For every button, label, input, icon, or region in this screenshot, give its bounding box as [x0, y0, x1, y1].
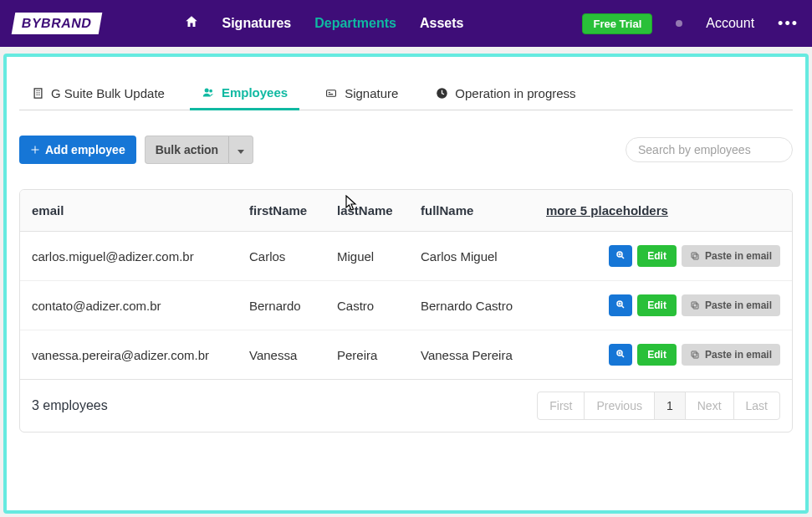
table-row: carlos.miguel@adizer.com.br Carlos Migue…: [20, 232, 792, 281]
pager-last[interactable]: Last: [733, 392, 780, 420]
edit-button[interactable]: Edit: [637, 294, 677, 316]
nav-home-icon[interactable]: [184, 14, 199, 33]
bulk-action-group: Bulk action: [145, 136, 253, 164]
nav-right: Free Trial Account •••: [582, 13, 799, 34]
row-actions: Edit Paste in email: [546, 294, 780, 316]
clock-icon: [435, 87, 448, 100]
add-employee-label: Add employee: [45, 143, 125, 156]
tab-bulk-update[interactable]: G Suite Bulk Update: [19, 77, 176, 110]
edit-button[interactable]: Edit: [637, 344, 677, 366]
nav-departments[interactable]: Departments: [314, 16, 396, 31]
brand-logo[interactable]: BYBRAND: [12, 13, 102, 34]
cell-email: contato@adizer.com.br: [20, 281, 237, 330]
copy-icon: [690, 350, 700, 360]
edit-button[interactable]: Edit: [637, 245, 677, 267]
employee-count: 3 employees: [32, 398, 108, 413]
add-employee-button[interactable]: Add employee: [19, 136, 136, 164]
view-button[interactable]: [609, 245, 632, 267]
table-footer: 3 employees First Previous 1 Next Last: [20, 379, 792, 432]
paste-button[interactable]: Paste in email: [682, 245, 780, 267]
users-icon: [202, 86, 215, 100]
cell-lastname: Pereira: [325, 330, 409, 380]
th-fullname: fullName: [409, 190, 534, 232]
svg-rect-0: [34, 89, 42, 98]
building-icon: [31, 87, 44, 100]
cell-lastname: Castro: [325, 281, 409, 330]
search-input[interactable]: [638, 143, 784, 156]
tab-employees-label: Employees: [222, 85, 288, 100]
free-trial-button[interactable]: Free Trial: [582, 13, 652, 34]
view-button[interactable]: [609, 344, 632, 366]
cell-fullname: Carlos Miguel: [409, 232, 534, 281]
row-actions: Edit Paste in email: [546, 344, 780, 366]
table-row: contato@adizer.com.br Bernardo Castro Be…: [20, 281, 792, 330]
cell-email: carlos.miguel@adizer.com.br: [20, 232, 237, 281]
tab-signature[interactable]: Signature: [313, 77, 410, 110]
pager-first[interactable]: First: [537, 392, 585, 420]
svg-rect-8: [692, 253, 697, 258]
svg-rect-7: [693, 254, 698, 259]
cell-fullname: Bernardo Castro: [409, 281, 534, 330]
card-icon: [324, 87, 338, 100]
cell-firstname: Vanessa: [237, 330, 325, 380]
tab-employees[interactable]: Employees: [190, 77, 299, 110]
svg-rect-3: [327, 90, 336, 97]
main-nav: Signatures Departments Assets: [184, 14, 464, 33]
pager-prev[interactable]: Previous: [584, 392, 654, 420]
svg-rect-13: [693, 353, 698, 358]
toolbar: Add employee Bulk action: [19, 136, 793, 164]
table-header-row: email firstName lastName fullName more 5…: [20, 190, 792, 232]
row-actions: Edit Paste in email: [546, 245, 780, 267]
cell-lastname: Miguel: [325, 232, 409, 281]
svg-point-2: [209, 90, 212, 93]
bulk-action-button[interactable]: Bulk action: [145, 136, 228, 164]
view-button[interactable]: [609, 294, 632, 316]
topbar: BYBRAND Signatures Departments Assets Fr…: [0, 0, 812, 47]
tab-bulk-label: G Suite Bulk Update: [51, 86, 165, 100]
th-firstname: firstName: [237, 190, 325, 232]
paste-button[interactable]: Paste in email: [682, 294, 780, 316]
zoom-icon: [615, 349, 626, 359]
cell-firstname: Bernardo: [237, 281, 325, 330]
account-link[interactable]: Account: [706, 16, 754, 31]
zoom-icon: [615, 250, 626, 260]
copy-icon: [690, 300, 700, 310]
copy-icon: [690, 251, 700, 261]
more-menu-icon[interactable]: •••: [778, 15, 799, 33]
pager-page-1[interactable]: 1: [654, 392, 686, 420]
tab-signature-label: Signature: [345, 86, 398, 100]
caret-down-icon: [237, 150, 244, 154]
cell-email: vanessa.pereira@adizer.com.br: [20, 330, 237, 380]
bulk-action-caret[interactable]: [228, 136, 253, 164]
cell-fullname: Vanessa Pereira: [409, 330, 534, 380]
paste-button[interactable]: Paste in email: [682, 344, 780, 366]
zoom-icon: [615, 299, 626, 310]
pagination: First Previous 1 Next Last: [538, 392, 780, 420]
status-dot-icon: [676, 20, 682, 27]
svg-rect-10: [693, 304, 698, 309]
svg-point-1: [205, 89, 209, 93]
employees-table: email firstName lastName fullName more 5…: [19, 189, 793, 433]
svg-rect-14: [692, 351, 697, 356]
search-box[interactable]: [626, 137, 793, 162]
table-row: vanessa.pereira@adizer.com.br Vanessa Pe…: [20, 330, 792, 380]
th-more-placeholders[interactable]: more 5 placeholders: [534, 190, 792, 232]
plus-icon: [30, 145, 40, 155]
th-lastname: lastName: [325, 190, 409, 232]
th-email: email: [20, 190, 237, 232]
svg-rect-11: [692, 302, 697, 307]
pager-next[interactable]: Next: [685, 392, 734, 420]
tab-operation-label: Operation in progress: [455, 86, 575, 100]
subtabs: G Suite Bulk Update Employees Signature …: [19, 57, 793, 110]
content-panel: G Suite Bulk Update Employees Signature …: [3, 54, 809, 514]
tab-operation[interactable]: Operation in progress: [423, 77, 587, 110]
nav-signatures[interactable]: Signatures: [222, 16, 292, 31]
cell-firstname: Carlos: [237, 232, 325, 281]
nav-assets[interactable]: Assets: [420, 16, 463, 31]
